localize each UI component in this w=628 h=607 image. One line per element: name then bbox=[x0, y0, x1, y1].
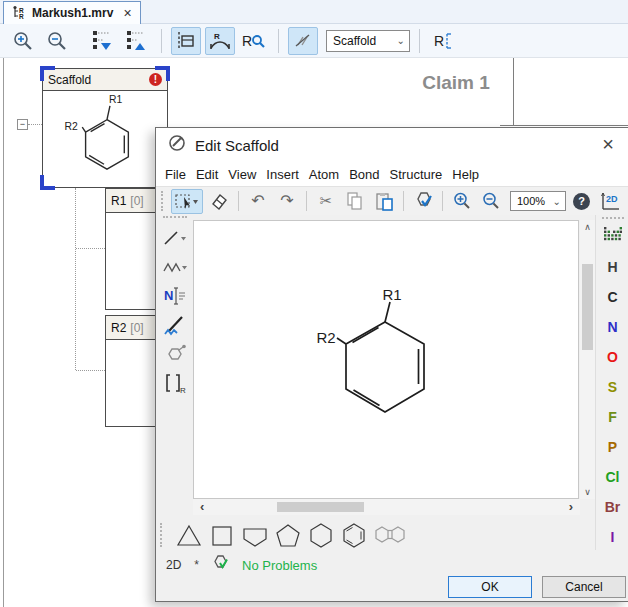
scroll-down-icon[interactable]: ∨ bbox=[580, 487, 595, 497]
menu-view[interactable]: View bbox=[228, 167, 256, 182]
svg-text:R: R bbox=[242, 33, 252, 49]
toolbar-drag-handle[interactable] bbox=[163, 216, 187, 219]
template-cyclopentane-envelope-icon[interactable] bbox=[241, 521, 269, 549]
vertical-scroll-thumb[interactable] bbox=[582, 264, 593, 350]
expand-all-button[interactable] bbox=[88, 27, 118, 55]
element-i[interactable]: I bbox=[596, 524, 628, 550]
template-cyclopropane-icon[interactable] bbox=[175, 521, 203, 549]
element-f[interactable]: F bbox=[596, 404, 628, 430]
menu-insert[interactable]: Insert bbox=[266, 167, 299, 182]
element-cl[interactable]: Cl bbox=[596, 464, 628, 490]
marvin-sketch-icon bbox=[168, 134, 186, 156]
menu-bond[interactable]: Bond bbox=[349, 167, 379, 182]
element-n[interactable]: N bbox=[596, 314, 628, 340]
menu-structure[interactable]: Structure bbox=[390, 167, 443, 182]
svg-text:R2: R2 bbox=[64, 121, 77, 132]
canvas-zoom-in-button[interactable] bbox=[449, 189, 475, 214]
tab-title: Markush1.mrv bbox=[32, 6, 113, 20]
paste-icon bbox=[375, 192, 394, 211]
scaffold-node[interactable]: Scaffold ! R1 R2 bbox=[42, 68, 168, 188]
selection-corner bbox=[40, 175, 55, 190]
bond-tool-button[interactable] bbox=[161, 225, 189, 251]
toolbar-drag-handle[interactable] bbox=[161, 191, 164, 211]
undo-button[interactable]: ↶ bbox=[245, 189, 271, 214]
zoom-in-button[interactable] bbox=[8, 27, 38, 55]
canvas-horizontal-scrollbar[interactable]: ‹ › bbox=[193, 499, 580, 515]
template-cyclohexane-icon[interactable] bbox=[307, 521, 335, 549]
edit-scaffold-dialog: Edit Scaffold × File Edit View Insert At… bbox=[155, 127, 628, 602]
element-s[interactable]: S bbox=[596, 374, 628, 400]
element-p[interactable]: P bbox=[596, 434, 628, 460]
scroll-right-icon[interactable]: › bbox=[569, 499, 573, 515]
structure-canvas[interactable]: R1 R2 bbox=[193, 220, 579, 499]
scroll-left-icon[interactable]: ‹ bbox=[200, 499, 204, 515]
canvas-zoom-out-button[interactable] bbox=[478, 189, 504, 214]
element-br[interactable]: Br bbox=[596, 494, 628, 520]
svg-text:R1: R1 bbox=[382, 286, 401, 303]
element-c[interactable]: C bbox=[596, 284, 628, 310]
svg-text:N: N bbox=[164, 288, 173, 303]
clean-2d-button[interactable]: 2D bbox=[595, 188, 625, 214]
scaffold-node-header[interactable]: Scaffold ! bbox=[43, 69, 167, 91]
eraser-tool-button[interactable] bbox=[206, 189, 232, 214]
paste-button[interactable] bbox=[371, 189, 397, 214]
group-bracket-tool-button[interactable]: R bbox=[161, 370, 189, 396]
tab-strip: R R Markush1.mrv × bbox=[0, 0, 628, 24]
variable-bond-tool-button[interactable] bbox=[161, 312, 189, 338]
scroll-up-icon[interactable]: ∧ bbox=[580, 222, 595, 232]
zoom-level-select[interactable]: 100% ⌄ bbox=[510, 191, 566, 211]
check-structure-button[interactable] bbox=[410, 189, 436, 214]
r1-node-count: [0] bbox=[130, 194, 143, 208]
rgroup-query-button[interactable]: R bbox=[239, 27, 269, 55]
tree-expander[interactable]: − bbox=[17, 119, 28, 130]
template-benzene-icon[interactable] bbox=[340, 521, 368, 549]
svg-text:R: R bbox=[434, 33, 444, 49]
copy-icon bbox=[346, 192, 364, 211]
document-tab[interactable]: R R Markush1.mrv × bbox=[3, 1, 141, 24]
selection-corner bbox=[40, 66, 55, 81]
help-button[interactable]: ? bbox=[573, 193, 590, 210]
chain-tool-button[interactable] bbox=[161, 254, 189, 280]
no-problems-icon bbox=[212, 555, 229, 575]
element-h[interactable]: H bbox=[596, 254, 628, 280]
template-cyclopentane-icon[interactable] bbox=[274, 521, 302, 549]
atom-text-tool-button[interactable]: N bbox=[161, 283, 189, 309]
ok-button[interactable]: OK bbox=[448, 576, 532, 598]
periodic-table-icon[interactable] bbox=[604, 227, 622, 245]
template-drag-handle[interactable] bbox=[160, 523, 163, 547]
r2-node-count: [0] bbox=[130, 321, 143, 335]
toolbar-separator bbox=[278, 29, 279, 53]
template-naphthalene-icon[interactable] bbox=[373, 521, 407, 549]
menu-help[interactable]: Help bbox=[452, 167, 479, 182]
collapse-all-button[interactable] bbox=[122, 27, 152, 55]
tab-close-icon[interactable]: × bbox=[123, 5, 131, 21]
menu-atom[interactable]: Atom bbox=[309, 167, 339, 182]
cut-button[interactable]: ✂ bbox=[313, 189, 339, 214]
view-mode-value: Scaffold bbox=[333, 34, 376, 48]
dialog-titlebar[interactable]: Edit Scaffold × bbox=[156, 128, 628, 162]
r1-node-label: R1 bbox=[111, 194, 126, 208]
template-cyclobutane-icon[interactable] bbox=[208, 521, 236, 549]
palette-drag-handle[interactable] bbox=[602, 217, 624, 220]
copy-button[interactable] bbox=[342, 189, 368, 214]
selection-tool-button[interactable] bbox=[171, 189, 203, 214]
hide-rlogic-toggle[interactable] bbox=[288, 27, 318, 55]
menu-file[interactable]: File bbox=[165, 167, 186, 182]
menu-edit[interactable]: Edit bbox=[196, 167, 218, 182]
redo-button[interactable]: ↷ bbox=[274, 189, 300, 214]
toolbar-separator bbox=[403, 191, 404, 211]
rgroup-view-toggle[interactable]: R bbox=[205, 27, 235, 55]
horizontal-scroll-thumb[interactable] bbox=[277, 502, 364, 512]
view-mode-select[interactable]: Scaffold ⌄ bbox=[326, 30, 410, 52]
element-o[interactable]: O bbox=[596, 344, 628, 370]
ring-template-tool-button[interactable] bbox=[161, 341, 189, 367]
scaffold-view-toggle[interactable] bbox=[171, 27, 201, 55]
cancel-button[interactable]: Cancel bbox=[542, 576, 626, 598]
tree-connector bbox=[75, 188, 76, 370]
svg-text:R: R bbox=[19, 13, 24, 19]
toolbar-separator bbox=[442, 191, 443, 211]
rgroup-bracket-button[interactable]: R bbox=[429, 27, 459, 55]
dialog-close-icon[interactable]: × bbox=[602, 134, 614, 154]
zoom-out-button[interactable] bbox=[42, 27, 72, 55]
canvas-vertical-scrollbar[interactable]: ∧ ∨ bbox=[580, 220, 595, 499]
